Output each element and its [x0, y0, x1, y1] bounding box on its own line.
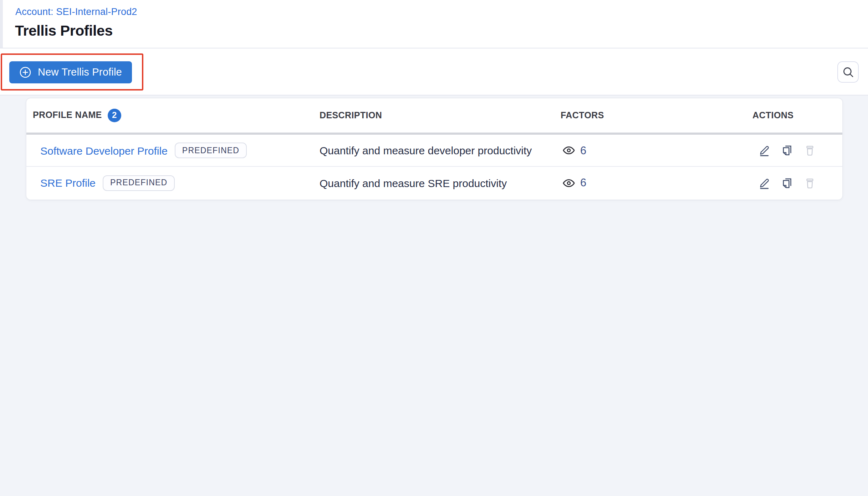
page-title: Trellis Profiles	[15, 21, 113, 40]
search-icon	[842, 66, 854, 78]
description-cell: Quantify and measure developer productiv…	[320, 144, 532, 156]
predefined-badge: PREDEFINED	[175, 143, 247, 158]
table-header-row: PROFILE NAME 2 DESCRIPTION FACTORS ACTIO…	[26, 98, 842, 135]
edit-icon[interactable]	[758, 177, 770, 189]
predefined-badge: PREDEFINED	[103, 175, 175, 191]
profile-link[interactable]: Software Developer Profile	[40, 144, 168, 156]
account-breadcrumb-link[interactable]: Account: SEI-Internal-Prod2	[15, 6, 137, 17]
column-header-factors: FACTORS	[561, 110, 604, 120]
description-header-label: DESCRIPTION	[320, 110, 382, 120]
factors-cell: 6	[562, 144, 586, 157]
edit-icon[interactable]	[758, 144, 770, 156]
toolbar: New Trellis Profile	[0, 48, 868, 95]
search-button[interactable]	[837, 61, 859, 83]
profile-name-cell: SRE Profile PREDEFINED	[40, 175, 175, 191]
trellis-profiles-page: Account: SEI-Internal-Prod2 Trellis Prof…	[0, 0, 868, 496]
delete-icon[interactable]	[803, 144, 816, 156]
plus-circle-icon	[19, 66, 31, 78]
page-content: PROFILE NAME 2 DESCRIPTION FACTORS ACTIO…	[0, 95, 868, 496]
actions-cell	[758, 177, 816, 189]
copy-icon[interactable]	[781, 177, 793, 189]
eye-icon	[562, 176, 575, 190]
row-count-badge: 2	[108, 109, 121, 122]
description-text: Quantify and measure developer productiv…	[320, 144, 532, 156]
profiles-table: PROFILE NAME 2 DESCRIPTION FACTORS ACTIO…	[26, 98, 842, 199]
factors-count: 6	[580, 176, 586, 189]
table-row: SRE Profile PREDEFINED Quantify and meas…	[26, 167, 842, 199]
factors-cell: 6	[562, 176, 586, 190]
profile-name-header-label: PROFILE NAME	[33, 110, 102, 120]
factors-header-label: FACTORS	[561, 110, 604, 120]
copy-icon[interactable]	[781, 144, 793, 156]
page-header: Account: SEI-Internal-Prod2 Trellis Prof…	[0, 0, 868, 48]
delete-icon[interactable]	[803, 177, 816, 189]
factors-count: 6	[580, 144, 586, 157]
description-text: Quantify and measure SRE productivity	[320, 177, 507, 189]
column-header-description: DESCRIPTION	[320, 110, 382, 120]
description-cell: Quantify and measure SRE productivity	[320, 177, 507, 189]
column-header-actions: ACTIONS	[752, 110, 793, 120]
actions-header-label: ACTIONS	[752, 110, 793, 120]
new-trellis-profile-button[interactable]: New Trellis Profile	[9, 61, 132, 83]
new-trellis-profile-label: New Trellis Profile	[38, 66, 122, 78]
table-row: Software Developer Profile PREDEFINED Qu…	[26, 135, 842, 167]
column-header-profile-name: PROFILE NAME 2	[33, 109, 121, 122]
profile-name-cell: Software Developer Profile PREDEFINED	[40, 143, 247, 158]
actions-cell	[758, 144, 816, 156]
left-edge-strip	[0, 0, 3, 48]
profile-link[interactable]: SRE Profile	[40, 177, 96, 189]
eye-icon	[562, 144, 575, 157]
